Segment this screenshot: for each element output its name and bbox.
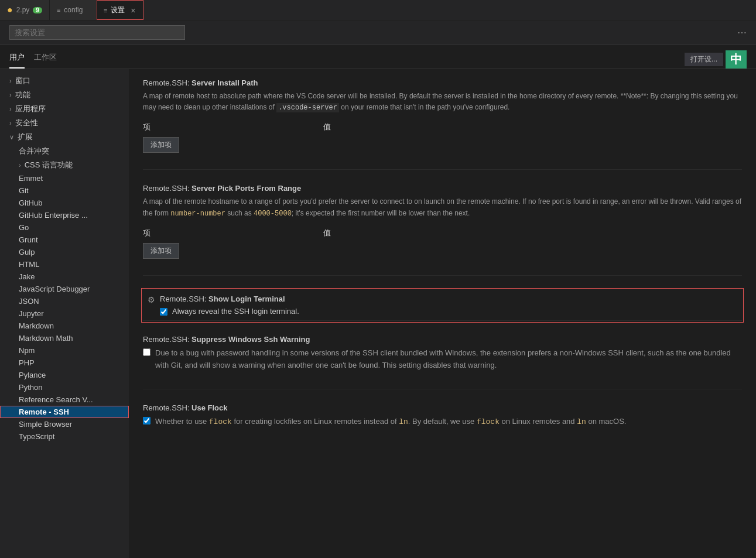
sidebar-item-label: Git [19, 186, 29, 195]
add-item-button-1[interactable]: 添加项 [143, 137, 179, 153]
setting-title-bold: Use Flock [191, 403, 227, 412]
sidebar-item-merge-conflict[interactable]: 合并冲突 [0, 144, 129, 158]
sidebar-item-apps[interactable]: › 应用程序 [0, 102, 129, 116]
sidebar-item-label: 安全性 [15, 118, 38, 128]
chinese-lang-icon: 中 [726, 50, 747, 69]
main-layout: ⋯ 用户 工作区 打开设... 中 › 窗口 › 功能 › 应用程序 [0, 20, 756, 558]
add-item-button-2[interactable]: 添加项 [143, 243, 179, 259]
sidebar-item-json[interactable]: JSON [0, 295, 129, 307]
setting-title: Remote.SSH: Server Install Path [143, 78, 742, 87]
setting-title-prefix: Remote.SSH: [143, 403, 191, 412]
sidebar-item-label: Npm [19, 346, 35, 355]
sidebar-item-github-enterprise[interactable]: GitHub Enterprise ... [0, 209, 129, 221]
flock-desc-text2: for creating lockfiles on Linux remotes … [232, 417, 399, 426]
sidebar-item-npm[interactable]: Npm [0, 344, 129, 357]
setting-title-prefix: Remote.SSH: [143, 78, 191, 87]
setting-title-bold: Suppress Windows Ssh Warning [191, 335, 310, 344]
setting-title: Remote.SSH: Use Flock [143, 403, 742, 412]
sidebar-item-label: GitHub Enterprise ... [19, 211, 88, 220]
setting-title-bold: Server Install Path [191, 78, 258, 87]
chevron-icon: › [19, 162, 21, 169]
show-login-terminal-checkbox[interactable] [160, 308, 167, 316]
sidebar-item-css-lang[interactable]: › CSS 语言功能 [0, 158, 129, 172]
sidebar-item-security[interactable]: › 安全性 [0, 116, 129, 130]
flock-code3: flock [477, 417, 500, 426]
table-col-val-label: 值 [323, 122, 742, 132]
tab-config[interactable]: ≡ config [50, 0, 97, 20]
settings-overflow-icon[interactable]: ⋯ [737, 27, 747, 38]
setting-with-gear: ⚙ Remote.SSH: Show Login Terminal Always… [148, 295, 737, 316]
sidebar-item-label: JSON [19, 297, 39, 306]
sidebar-item-js-debugger[interactable]: JavaScript Debugger [0, 283, 129, 295]
sidebar-item-php[interactable]: PHP [0, 357, 129, 369]
use-flock-checkbox[interactable] [143, 417, 150, 425]
tab-2py-badge: 9 [33, 7, 42, 13]
sidebar-item-markdown[interactable]: Markdown [0, 320, 129, 332]
sidebar-item-emmet[interactable]: Emmet [0, 172, 129, 184]
setting-title: Remote.SSH: Show Login Terminal [160, 295, 299, 303]
sidebar-item-html[interactable]: HTML [0, 258, 129, 271]
setting-table: 项 值 添加项 [143, 119, 742, 153]
checkbox-setting: Always reveal the SSH login terminal. [160, 307, 299, 316]
tab-bar: ● 2.py 9 ≡ config ≡ 设置 × [0, 0, 756, 20]
setting-title-prefix: Remote.SSH: [143, 184, 191, 193]
sidebar-item-window[interactable]: › 窗口 [0, 74, 129, 88]
sidebar-item-label: PHP [19, 358, 35, 367]
sidebar-item-grunt[interactable]: Grunt [0, 234, 129, 246]
table-col-key-label: 项 [143, 122, 319, 132]
search-input[interactable] [9, 25, 185, 40]
tab-user[interactable]: 用户 [9, 50, 25, 69]
use-flock-description: Whether to use flock for creating lockfi… [155, 416, 626, 429]
setting-show-login-terminal: ⚙ Remote.SSH: Show Login Terminal Always… [143, 290, 742, 321]
setting-title-prefix: Remote.SSH: [143, 335, 191, 344]
suppress-windows-ssh-checkbox[interactable] [143, 348, 150, 356]
setting-inner: Remote.SSH: Show Login Terminal Always r… [160, 295, 299, 316]
table-header: 项 值 [143, 225, 742, 241]
sidebar-item-remote-ssh[interactable]: Remote - SSH [0, 406, 129, 418]
sidebar-item-label: 应用程序 [15, 104, 46, 114]
sidebar-item-pylance[interactable]: Pylance [0, 369, 129, 381]
tab-settings-label: 设置 [111, 5, 125, 15]
open-json-button[interactable]: 打开设... [685, 53, 723, 66]
sidebar-item-label: Pylance [19, 371, 46, 379]
sidebar-item-simple-browser[interactable]: Simple Browser [0, 418, 129, 430]
gear-icon[interactable]: ⚙ [148, 295, 155, 304]
sidebar-item-ref-search[interactable]: Reference Search V... [0, 393, 129, 406]
table-col-val-label: 值 [323, 228, 742, 238]
setting-title: Remote.SSH: Suppress Windows Ssh Warning [143, 335, 742, 344]
sidebar-item-python[interactable]: Python [0, 381, 129, 393]
setting-title: Remote.SSH: Server Pick Ports From Range [143, 184, 742, 193]
sidebar-item-function[interactable]: › 功能 [0, 88, 129, 102]
checkbox-setting: Due to a bug with password handling in s… [143, 347, 742, 378]
sidebar-item-label: Markdown Math [19, 334, 73, 343]
sidebar-item-label: Remote - SSH [19, 408, 69, 416]
sidebar-item-extensions[interactable]: ∨ 扩展 [0, 130, 129, 144]
tab-2py-label: 2.py [16, 6, 30, 14]
sidebar-item-github[interactable]: GitHub [0, 197, 129, 209]
sidebar-item-label: Python [19, 383, 42, 392]
settings-tabs-bar: 用户 工作区 打开设... 中 [0, 45, 756, 69]
chevron-icon: › [9, 91, 12, 98]
flock-desc-text1: Whether to use [155, 417, 209, 426]
tab-settings[interactable]: ≡ 设置 × [97, 0, 143, 20]
tab-2py[interactable]: ● 2.py 9 [0, 0, 50, 20]
checkbox-label: Always reveal the SSH login terminal. [172, 307, 299, 316]
setting-title-bold: Server Pick Ports From Range [191, 184, 301, 193]
sidebar-item-git[interactable]: Git [0, 184, 129, 197]
tab-workspace[interactable]: 工作区 [34, 50, 57, 69]
sidebar-item-gulp[interactable]: Gulp [0, 246, 129, 258]
sidebar-item-label: 功能 [15, 90, 30, 100]
tab-config-label: config [64, 6, 83, 14]
setting-title-prefix: Remote.SSH: [160, 295, 208, 303]
setting-desc-code2: 4000-5000 [254, 210, 292, 218]
checkbox-setting: Whether to use flock for creating lockfi… [143, 416, 742, 434]
sidebar-item-jupyter[interactable]: Jupyter [0, 307, 129, 320]
setting-suppress-windows-ssh: Remote.SSH: Suppress Windows Ssh Warning… [143, 335, 742, 390]
tab-settings-close[interactable]: × [131, 6, 135, 15]
table-header: 项 值 [143, 119, 742, 135]
tab-settings-icon: ≡ [104, 7, 107, 14]
sidebar-item-jake[interactable]: Jake [0, 271, 129, 283]
sidebar-item-typescript[interactable]: TypeScript [0, 430, 129, 443]
sidebar-item-go[interactable]: Go [0, 221, 129, 234]
sidebar-item-markdown-math[interactable]: Markdown Math [0, 332, 129, 344]
